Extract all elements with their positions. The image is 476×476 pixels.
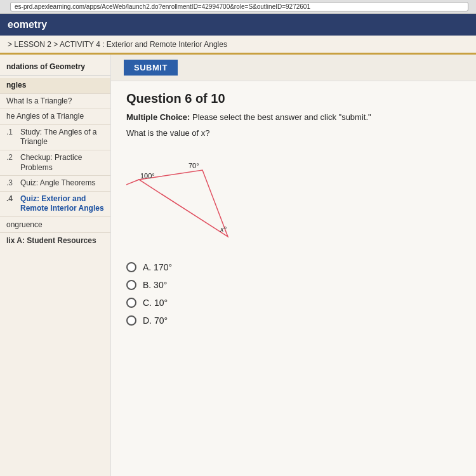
option-c[interactable]: C. 10° — [126, 298, 461, 308]
sidebar-study-label: Study: The Angles of a Triangle — [20, 128, 104, 147]
breadcrumb: > LESSON 2 > ACTIVITY 4 : Exterior and R… — [0, 36, 476, 55]
app-header: eometry — [0, 14, 476, 36]
svg-line-1 — [126, 180, 139, 187]
sidebar-quiz-exterior[interactable]: .4 Quiz: Exterior and Remote Interior An… — [0, 192, 110, 217]
radio-b[interactable] — [126, 280, 136, 290]
sidebar-checkup[interactable]: .2 Checkup: Practice Problems — [0, 150, 110, 176]
option-c-label: C. 10° — [143, 298, 168, 308]
sidebar-quiz-angle-label: Quiz: Angle Theorems — [20, 178, 96, 188]
breadcrumb-text: > LESSON 2 > ACTIVITY 4 : Exterior and R… — [8, 40, 227, 49]
sidebar-num-4: .4 — [6, 194, 18, 214]
content-area: SUBMIT Question 6 of 10 Multiple Choice:… — [111, 55, 476, 476]
sidebar-foundations: ndations of Geometry — [0, 60, 110, 76]
sidebar-congruence[interactable]: ongruence — [0, 217, 110, 233]
radio-a[interactable] — [126, 262, 136, 272]
svg-text:100°: 100° — [140, 172, 155, 180]
triangle-svg: 100° 70° x° — [126, 148, 253, 249]
option-a-label: A. 170° — [143, 262, 172, 272]
app-title: eometry — [8, 19, 47, 30]
submit-button[interactable]: SUBMIT — [124, 60, 178, 76]
sidebar-quiz-angle[interactable]: .3 Quiz: Angle Theorems — [0, 176, 110, 192]
option-b-label: B. 30° — [143, 280, 167, 290]
answer-options: A. 170° B. 30° C. 10° D. 70° — [126, 262, 461, 326]
triangle-diagram: 100° 70° x° — [126, 148, 253, 249]
svg-marker-0 — [139, 170, 228, 237]
sidebar-what-is-triangle[interactable]: What Is a Triangle? — [0, 94, 110, 110]
instructions-rest: Please select the best answer and click … — [190, 112, 371, 122]
sidebar-num-3: .3 — [6, 178, 18, 188]
svg-text:x°: x° — [220, 225, 227, 233]
sidebar-checkup-label: Checkup: Practice Problems — [20, 153, 104, 173]
sidebar-num-1: .1 — [6, 128, 18, 147]
sidebar: ndations of Geometry ngles What Is a Tri… — [0, 55, 111, 476]
sidebar-quiz-exterior-label: Quiz: Exterior and Remote Interior Angle… — [20, 194, 104, 214]
question-area: Question 6 of 10 Multiple Choice: Please… — [111, 81, 476, 336]
question-title: Question 6 of 10 — [126, 91, 461, 106]
question-text: What is the value of x? — [126, 128, 461, 138]
url-bar[interactable]: es-prd.apexlearning.com/apps/AceWeb/laun… — [10, 2, 468, 11]
radio-d[interactable] — [126, 315, 136, 326]
instructions-bold: Multiple Choice: — [126, 112, 190, 122]
sidebar-angles[interactable]: ngles — [0, 78, 110, 94]
question-instructions: Multiple Choice: Please select the best … — [126, 112, 461, 122]
sidebar-angles-of-triangle[interactable]: he Angles of a Triangle — [0, 109, 110, 125]
sidebar-appendix[interactable]: lix A: Student Resources — [0, 233, 110, 248]
submit-bar: SUBMIT — [111, 55, 476, 81]
sidebar-study-angles[interactable]: .1 Study: The Angles of a Triangle — [0, 125, 110, 150]
browser-bar: es-prd.apexlearning.com/apps/AceWeb/laun… — [0, 0, 476, 14]
option-d-label: D. 70° — [143, 315, 168, 326]
option-a[interactable]: A. 170° — [126, 262, 461, 272]
svg-text:70°: 70° — [188, 162, 199, 169]
option-b[interactable]: B. 30° — [126, 280, 461, 290]
sidebar-num-2: .2 — [6, 153, 18, 173]
option-d[interactable]: D. 70° — [126, 315, 461, 326]
radio-c[interactable] — [126, 298, 136, 308]
